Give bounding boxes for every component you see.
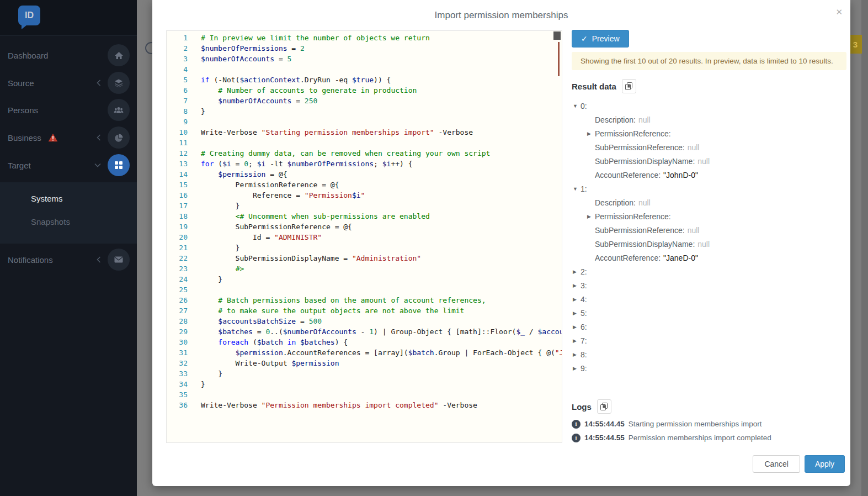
- chevron-down-icon: [94, 163, 101, 167]
- line-number: 26: [167, 295, 201, 305]
- line-number: 28: [167, 316, 201, 326]
- code-line: 13for ($i = 0; $i -lt $numberOfPermissio…: [167, 159, 562, 169]
- dialog-title: Import permission memberships: [152, 10, 850, 21]
- line-number: 5: [167, 75, 201, 85]
- line-number: 15: [167, 180, 201, 190]
- sidebar-submenu: SystemsSnapshots: [0, 182, 137, 244]
- tree-field-label: Description:: [595, 198, 636, 207]
- apply-button[interactable]: Apply: [805, 455, 845, 473]
- tree-item-8[interactable]: ▶8:: [572, 347, 846, 361]
- tree-item-1[interactable]: ▼1:: [572, 182, 846, 196]
- tree-field-label: SubPermissionDisplayName:: [595, 157, 695, 166]
- chevron-left-icon: [97, 256, 101, 263]
- sidebar-item-notifications[interactable]: Notifications: [0, 246, 137, 273]
- log-timestamp: 14:55:44.45: [584, 420, 625, 428]
- sidebar-item-persons[interactable]: Persons: [0, 96, 137, 124]
- tree-item-2[interactable]: ▶2:: [572, 265, 846, 278]
- sidebar-item-label: Target: [8, 161, 31, 170]
- line-number: 13: [167, 159, 201, 169]
- expand-triangle-icon[interactable]: ▶: [573, 269, 581, 275]
- tree-item-9[interactable]: ▶9:: [572, 361, 846, 375]
- line-number: 7: [167, 96, 201, 106]
- tree-field-label: PermissionReference:: [595, 212, 671, 221]
- tree-field-value: null: [697, 157, 710, 166]
- code-line: 28 $accountsBatchSize = 500: [167, 316, 562, 326]
- preview-limit-notice: Showing the first 10 out of 20 results. …: [572, 52, 846, 70]
- expand-triangle-icon[interactable]: ▶: [573, 283, 581, 288]
- log-entry: i14:55:44.45Starting permission membersh…: [572, 417, 846, 431]
- collapse-triangle-icon[interactable]: ▼: [573, 186, 581, 192]
- tree-field-description: Description:null: [572, 196, 846, 209]
- expand-triangle-icon[interactable]: ▶: [573, 297, 581, 302]
- tree-field-value: "JaneD-0": [663, 254, 698, 262]
- sidebar-subitem-systems[interactable]: Systems: [31, 194, 63, 203]
- line-number: 24: [167, 274, 201, 284]
- tree-item-7[interactable]: ▶7:: [572, 334, 846, 347]
- copy-result-data-button[interactable]: [622, 79, 636, 93]
- script-code-editor[interactable]: 1# In preview we limit the number of obj…: [166, 30, 562, 443]
- expand-triangle-icon[interactable]: ▶: [587, 131, 595, 136]
- result-data-header: Result data: [572, 79, 846, 93]
- tree-item-key: 2:: [581, 267, 587, 276]
- line-number: 1: [167, 33, 201, 43]
- line-number: 36: [167, 400, 201, 410]
- cancel-button[interactable]: Cancel: [753, 455, 800, 473]
- background-count-badge: 3: [849, 35, 862, 54]
- expand-triangle-icon[interactable]: ▶: [573, 338, 581, 344]
- tree-item-key: 3:: [581, 281, 587, 290]
- sidebar-subitem-snapshots[interactable]: Snapshots: [31, 217, 70, 226]
- page-scrollbar[interactable]: [861, 0, 868, 496]
- expand-triangle-icon[interactable]: ▶: [573, 324, 581, 330]
- preview-button[interactable]: ✓ Preview: [572, 30, 629, 48]
- line-number: 27: [167, 305, 201, 316]
- sidebar-item-source[interactable]: Source: [0, 69, 137, 97]
- line-number: 6: [167, 85, 201, 96]
- code-line: 20 Id = "ADMINISTR": [167, 232, 562, 242]
- tree-item-3[interactable]: ▶3:: [572, 278, 846, 292]
- log-entry: i14:55:44.55Permission memberships impor…: [572, 431, 846, 445]
- tree-field-subpermissiondisplayname: SubPermissionDisplayName:null: [572, 237, 846, 251]
- code-line: 24 }: [167, 274, 562, 284]
- code-line: 35: [167, 389, 562, 400]
- import-permission-memberships-dialog: Import permission memberships ✕ 1# In pr…: [152, 0, 850, 486]
- copy-icon: [625, 82, 632, 90]
- tree-field-label: Description:: [595, 115, 636, 124]
- expand-triangle-icon[interactable]: ▶: [573, 352, 581, 357]
- tree-item-key: 6:: [581, 323, 587, 331]
- code-line: 8}: [167, 106, 562, 117]
- collapse-triangle-icon[interactable]: ▼: [573, 103, 581, 109]
- expand-triangle-icon[interactable]: ▶: [573, 310, 581, 316]
- tree-field-label: SubPermissionReference:: [595, 143, 685, 152]
- chevron-left-icon: [97, 134, 101, 141]
- tree-item-6[interactable]: ▶6:: [572, 320, 846, 334]
- sidebar-item-business[interactable]: Business: [0, 124, 137, 151]
- logs-header: Logs: [572, 399, 846, 414]
- tree-field-permissionreference: ▶PermissionReference:: [572, 209, 846, 223]
- tree-item-0[interactable]: ▼0:: [572, 99, 846, 113]
- code-line: 27 # to make sure the output objects are…: [167, 305, 562, 316]
- line-number: 29: [167, 326, 201, 337]
- code-line: 16 Reference = "Permission$i": [167, 190, 562, 200]
- expand-triangle-icon[interactable]: ▶: [587, 214, 595, 219]
- tree-item-key: 0:: [581, 102, 587, 110]
- expand-triangle-icon[interactable]: ▶: [573, 366, 581, 371]
- sidebar-item-dashboard[interactable]: Dashboard: [0, 41, 137, 69]
- line-number: 30: [167, 337, 201, 347]
- tree-field-subpermissionreference: SubPermissionReference:null: [572, 140, 846, 154]
- tree-item-4[interactable]: ▶4:: [572, 292, 846, 306]
- sidebar-item-target[interactable]: Target: [0, 151, 137, 179]
- sidebar-item-label: Source: [8, 78, 34, 88]
- tree-item-5[interactable]: ▶5:: [572, 306, 846, 320]
- line-number: 31: [167, 347, 201, 358]
- line-number: 20: [167, 232, 201, 242]
- editor-scrollbar-thumb[interactable]: [553, 31, 561, 40]
- tree-field-value: null: [638, 115, 651, 124]
- code-line: 12# Creating dummy data, can be removed …: [167, 148, 562, 159]
- close-icon[interactable]: ✕: [835, 8, 843, 16]
- logs-title: Logs: [572, 402, 592, 411]
- app-logo-icon[interactable]: ID: [18, 6, 40, 25]
- copy-logs-button[interactable]: [597, 399, 611, 414]
- preview-button-label: Preview: [592, 34, 620, 43]
- layers-icon: [108, 72, 130, 94]
- log-message: Starting permission memberships import: [629, 420, 762, 428]
